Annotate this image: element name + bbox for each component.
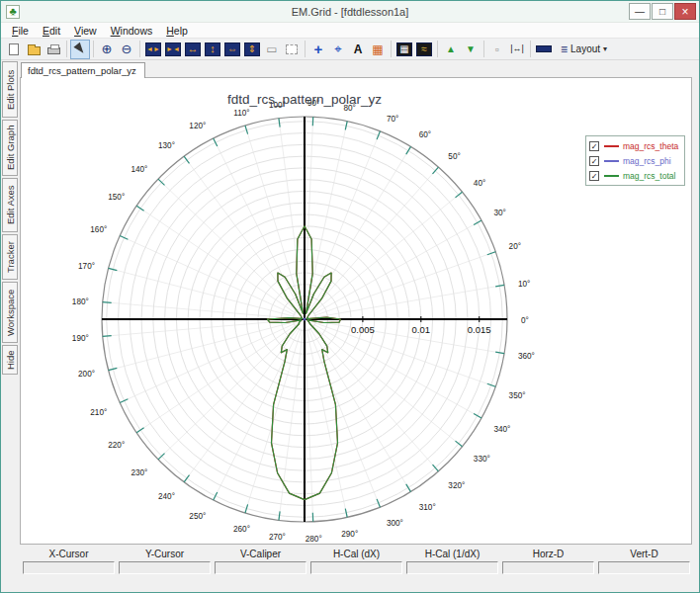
sidebar-tab-hide[interactable]: Hide [2, 345, 18, 375]
sidebar-tab-tracker[interactable]: Tracker [2, 234, 18, 280]
menu-edit[interactable]: Edit [36, 24, 67, 38]
status-value-x-cursor [23, 561, 115, 574]
zoom-out-icon-glyph: ⊖ [122, 42, 132, 55]
close-button[interactable]: × [674, 3, 696, 20]
document-tab[interactable]: fdtd_rcs_pattern_polar_yz [21, 62, 145, 78]
svg-text:300°: 300° [387, 519, 403, 528]
svg-text:190°: 190° [72, 334, 89, 343]
svg-text:30°: 30° [493, 209, 505, 217]
sidebar: Edit PlotsEdit GraphEdit AxesTrackerWork… [1, 60, 20, 592]
svg-text:320°: 320° [448, 481, 465, 490]
svg-text:20°: 20° [509, 242, 521, 251]
colormap-icon[interactable]: ▦ [368, 40, 388, 59]
svg-text:250°: 250° [189, 512, 206, 521]
toolbar-separator [139, 41, 140, 57]
open-file-icon[interactable] [24, 40, 44, 59]
select-cursor-icon[interactable] [70, 40, 90, 59]
legend-checkbox-mag-rcs-phi[interactable]: ✓ [589, 156, 599, 166]
status-label-v-caliper: V-Caliper [213, 548, 308, 560]
stretch-x-icon-glyph: ↔ [185, 42, 201, 56]
svg-text:150°: 150° [108, 193, 125, 202]
text-annotation-icon[interactable]: A [348, 40, 368, 59]
title-bar: ♣ EM.Grid - [fdtdlesson1a] — □ × [1, 1, 699, 23]
svg-text:0.015: 0.015 [468, 324, 491, 335]
bottom-filler [20, 575, 699, 592]
legend-item-mag-rcs-theta: ✓mag_rcs_theta [589, 138, 678, 153]
svg-text:290°: 290° [341, 530, 358, 539]
stretch-x-icon[interactable]: ↔ [183, 40, 203, 59]
plot-panel: fdtd_rcs_pattern_polar_yz 0.0050.010.015… [20, 77, 692, 545]
region-select-icon-glyph [286, 44, 298, 54]
pan-left-icon[interactable]: ◄► [143, 40, 163, 59]
legend-checkbox-mag-rcs-total[interactable]: ✓ [589, 171, 599, 181]
matrix-view-icon-glyph: ▦ [396, 42, 412, 56]
zoom-out-icon[interactable]: ⊖ [117, 40, 136, 59]
legend-item-mag-rcs-total: ✓mag_rcs_total [589, 168, 678, 183]
colorbar-icon-glyph [536, 45, 552, 52]
new-file-icon[interactable] [4, 40, 24, 59]
svg-text:210°: 210° [90, 408, 107, 417]
colormap-icon-glyph: ▦ [372, 43, 383, 55]
menu-bar: FileEditViewWindowsHelp [1, 23, 699, 39]
zoom-in-icon[interactable]: ⊕ [97, 40, 117, 59]
shift-up-icon[interactable]: ▲ [441, 40, 461, 59]
fit-height-icon-glyph: ⇕ [244, 42, 260, 56]
minimize-button[interactable]: — [629, 3, 651, 20]
toolbar-separator [437, 41, 438, 57]
svg-text:120°: 120° [189, 122, 206, 130]
svg-text:170°: 170° [78, 262, 95, 271]
menu-windows[interactable]: Windows [104, 24, 160, 38]
plot-title: fdtd_rcs_pattern_polar_yz [227, 92, 382, 107]
layout-menu-icon: ≡ [561, 43, 568, 55]
pan-right-icon-glyph: ►◄ [165, 42, 181, 56]
svg-text:260°: 260° [233, 525, 250, 534]
region-select-icon[interactable] [282, 40, 302, 59]
trace-view-icon[interactable]: ≈ [414, 40, 434, 59]
shift-down-icon[interactable]: ▼ [461, 40, 481, 59]
toolbar-separator [530, 41, 531, 57]
fit-height-icon[interactable]: ⇕ [242, 40, 262, 59]
sidebar-tab-workspace[interactable]: Workspace [2, 282, 18, 343]
svg-text:330°: 330° [474, 455, 490, 464]
matrix-view-icon[interactable]: ▦ [394, 40, 414, 59]
print-icon[interactable] [44, 40, 63, 59]
layout-caret-icon: ▾ [603, 45, 607, 53]
status-label-horz-d: Horz-D [500, 548, 596, 560]
toolbar-separator [66, 41, 67, 57]
menu-file[interactable]: File [5, 24, 36, 38]
sidebar-tab-edit-graph[interactable]: Edit Graph [2, 120, 18, 176]
toolbar: ⊕⊖◄►►◄↔↕⇔⇕▭+⌖A▦▦≈▲▼▫|↔|≡Layout▾ [1, 39, 699, 60]
tracker-icon[interactable]: ⌖ [328, 40, 348, 59]
add-cursor-icon[interactable]: + [308, 40, 328, 59]
legend-checkbox-mag-rcs-theta[interactable]: ✓ [589, 141, 599, 151]
legend: ✓mag_rcs_theta✓mag_rcs_phi✓mag_rcs_total [585, 135, 685, 186]
svg-text:200°: 200° [78, 370, 95, 379]
legend-line-sample [604, 160, 619, 162]
menu-help[interactable]: Help [159, 24, 195, 38]
svg-text:0.005: 0.005 [351, 324, 375, 335]
toolbar-separator [483, 41, 484, 57]
svg-text:140°: 140° [131, 165, 147, 174]
pan-right-icon[interactable]: ►◄ [163, 40, 183, 59]
maximize-button[interactable]: □ [652, 3, 673, 20]
delta-measure-icon[interactable]: |↔| [507, 40, 527, 59]
stretch-y-icon-glyph: ↕ [205, 42, 220, 56]
marquee-zoom-icon[interactable]: ▭ [262, 40, 282, 59]
status-value-y-cursor [119, 561, 211, 574]
svg-text:230°: 230° [131, 468, 147, 477]
legend-label: mag_rcs_phi [623, 156, 671, 166]
colorbar-icon[interactable] [534, 40, 554, 59]
sidebar-tab-edit-plots[interactable]: Edit Plots [2, 61, 18, 118]
stretch-y-icon[interactable]: ↕ [203, 40, 222, 59]
clear-plot-icon[interactable]: ▫ [487, 40, 507, 59]
svg-text:270°: 270° [269, 533, 286, 542]
layout-button[interactable]: ≡Layout▾ [556, 40, 612, 59]
legend-line-sample [604, 175, 619, 177]
legend-line-sample [604, 145, 619, 147]
app-icon: ♣ [6, 5, 20, 19]
sidebar-tab-edit-axes[interactable]: Edit Axes [2, 178, 18, 232]
fit-width-icon[interactable]: ⇔ [222, 40, 242, 59]
clear-plot-icon-glyph: ▫ [495, 43, 499, 55]
menu-view[interactable]: View [67, 24, 104, 38]
trace-view-icon-glyph: ≈ [416, 42, 432, 56]
